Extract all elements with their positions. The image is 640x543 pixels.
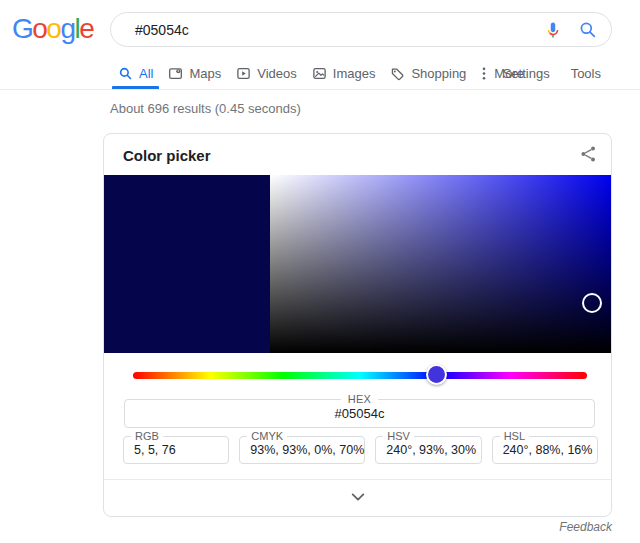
tab-images[interactable]: Images [312, 58, 376, 89]
tab-shopping[interactable]: Shopping [390, 58, 466, 89]
chevron-down-icon [350, 489, 366, 507]
search-icon [118, 66, 134, 82]
cmyk-input-field[interactable]: CMYK 93%, 93%, 0%, 70% [239, 436, 365, 464]
color-area [104, 175, 611, 353]
search-submit-icon[interactable] [577, 20, 597, 40]
hue-slider-handle[interactable] [426, 364, 447, 385]
hsv-input-field[interactable]: HSV 240°, 93%, 30% [375, 436, 481, 464]
results-tabbar: All Maps Videos Images Shopping [0, 58, 640, 90]
color-picker-card: Color picker HEX #05054c RGB 5, 5, 76 CM… [103, 133, 612, 517]
videos-icon [236, 66, 252, 82]
tab-label: Videos [257, 66, 297, 81]
hsl-input-field[interactable]: HSL 240°, 88%, 16% [492, 436, 598, 464]
hsv-field-label: HSV [383, 430, 414, 442]
logo-letter: g [60, 13, 74, 44]
cmyk-field-label: CMYK [247, 430, 287, 442]
tab-label: Shopping [411, 66, 466, 81]
selected-color-preview [104, 175, 270, 353]
color-fields-row: RGB 5, 5, 76 CMYK 93%, 93%, 0%, 70% HSV … [123, 436, 598, 464]
logo-letter: e [79, 13, 93, 44]
card-title: Color picker [123, 147, 211, 164]
saturation-value-gradient[interactable] [270, 175, 611, 353]
logo-letter: o [32, 13, 46, 44]
hue-slider-track[interactable] [133, 372, 587, 379]
more-vertical-icon [481, 66, 489, 82]
search-bar[interactable]: #05054c [110, 12, 612, 47]
logo-letter: G [12, 13, 32, 44]
microphone-icon[interactable] [543, 20, 563, 40]
hex-field-label: HEX [341, 393, 379, 405]
logo-letter: o [46, 13, 60, 44]
shopping-tag-icon [390, 66, 406, 82]
tab-label: Images [333, 66, 376, 81]
maps-icon [168, 66, 184, 82]
tab-all[interactable]: All [118, 58, 153, 89]
tools-button[interactable]: Tools [571, 66, 601, 81]
tab-label: Maps [189, 66, 221, 81]
hsl-field-label: HSL [500, 430, 529, 442]
hex-input-field[interactable]: HEX #05054c [124, 399, 595, 428]
google-logo[interactable]: Google [12, 13, 93, 45]
tab-videos[interactable]: Videos [236, 58, 297, 89]
settings-button[interactable]: Settings [503, 66, 550, 81]
share-icon[interactable] [578, 144, 598, 164]
rgb-field-label: RGB [131, 430, 163, 442]
images-icon [312, 66, 328, 82]
tab-label: All [139, 66, 153, 81]
tab-maps[interactable]: Maps [168, 58, 221, 89]
rgb-input-field[interactable]: RGB 5, 5, 76 [123, 436, 229, 464]
feedback-link[interactable]: Feedback [559, 520, 612, 534]
card-header: Color picker [104, 134, 611, 175]
active-tab-underline [112, 86, 159, 89]
results-stats: About 696 results (0.45 seconds) [110, 101, 301, 116]
expand-button[interactable] [104, 480, 611, 516]
gradient-cursor[interactable] [582, 293, 602, 313]
search-input[interactable]: #05054c [135, 22, 543, 38]
